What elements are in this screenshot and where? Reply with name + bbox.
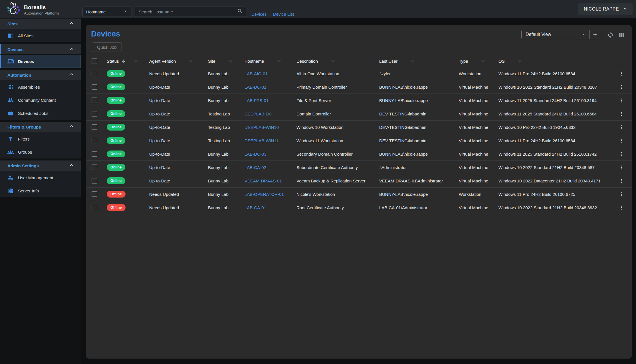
column-header-status[interactable]: Status bbox=[103, 59, 149, 64]
row-actions-button[interactable] bbox=[617, 70, 625, 78]
table-row[interactable]: Online Up-to-Date Bunny Lab LAB-DC-03 Se… bbox=[86, 147, 632, 161]
search-icon[interactable] bbox=[237, 8, 243, 15]
sidebar-section-header-filters-groups[interactable]: Filters & Groups bbox=[0, 122, 81, 132]
site-cell: Bunny Lab bbox=[208, 152, 245, 156]
table-row[interactable]: Offline Needs Updated Bunny Lab LAB-CA-0… bbox=[86, 201, 632, 214]
filter-icon[interactable] bbox=[276, 59, 281, 64]
row-checkbox[interactable] bbox=[92, 97, 97, 103]
sidebar-item-scheduled-jobs[interactable]: Scheduled Jobs bbox=[0, 107, 81, 120]
hostname-link[interactable]: VEEAM-DRAAS-01 bbox=[245, 178, 282, 183]
hostname-link[interactable]: DEEPLAB-DC bbox=[245, 111, 272, 116]
row-checkbox[interactable] bbox=[92, 84, 97, 90]
sidebar-section-header-admin-settings[interactable]: Admin Settings bbox=[0, 160, 81, 171]
row-actions-button[interactable] bbox=[617, 137, 625, 145]
table-row[interactable]: Online Up-to-Date Testing Lab DEEPLAB-WI… bbox=[86, 121, 632, 134]
row-actions-button[interactable] bbox=[617, 96, 625, 104]
site-cell: Testing Lab bbox=[208, 125, 245, 130]
row-actions-button[interactable] bbox=[617, 123, 625, 131]
row-checkbox[interactable] bbox=[92, 205, 97, 210]
hostname-link[interactable]: LAB-CA-01 bbox=[245, 205, 266, 210]
row-checkbox[interactable] bbox=[92, 191, 97, 197]
table-row[interactable]: Offline Needs Updated Bunny Lab LAB-OPER… bbox=[86, 188, 632, 201]
filter-icon[interactable] bbox=[481, 59, 486, 64]
table-header-row: Status Agent Version Site bbox=[86, 56, 632, 67]
table-row[interactable]: Online Up-to-Date Bunny Lab VEEAM-DRAAS-… bbox=[86, 174, 632, 188]
row-checkbox[interactable] bbox=[92, 178, 97, 184]
table-row[interactable]: Online Up-to-Date Testing Lab DEEPLAB-DC… bbox=[86, 107, 632, 121]
row-actions-button[interactable] bbox=[617, 204, 625, 212]
column-header-description[interactable]: Description bbox=[296, 59, 379, 64]
breadcrumb-device-list[interactable]: Device List bbox=[273, 12, 294, 17]
add-view-button[interactable] bbox=[589, 30, 600, 39]
table-row[interactable]: Online Up-to-Date Bunny Lab LAB-FPS-01 F… bbox=[86, 94, 632, 107]
kebab-icon bbox=[618, 164, 624, 170]
hostname-link[interactable]: DEEPLAB-WIN11 bbox=[245, 138, 278, 143]
view-selector-value: Default View bbox=[526, 32, 578, 37]
row-actions-button[interactable] bbox=[617, 190, 625, 198]
agent-version-cell: Needs Updated bbox=[149, 205, 208, 210]
sidebar-section-header-devices[interactable]: Devices bbox=[0, 44, 81, 55]
row-actions-button[interactable] bbox=[617, 163, 625, 171]
column-header-agent-version[interactable]: Agent Version bbox=[149, 59, 208, 64]
hostname-link[interactable]: LAB-CA-02 bbox=[245, 165, 266, 170]
sort-desc-icon[interactable] bbox=[121, 59, 126, 64]
hostname-link[interactable]: LAB-OPERATOR-01 bbox=[245, 192, 284, 197]
table-row[interactable]: Online Needs Updated Bunny Lab LAB-AIO-0… bbox=[86, 67, 632, 80]
filter-icon[interactable] bbox=[188, 59, 193, 64]
row-actions-button[interactable] bbox=[617, 110, 625, 118]
sidebar-item-assemblies[interactable]: Assemblies bbox=[0, 80, 81, 93]
view-selector[interactable]: Default View bbox=[522, 30, 589, 39]
search-field-selector[interactable]: Hostname bbox=[82, 7, 132, 17]
filter-icon[interactable] bbox=[517, 59, 522, 64]
filter-icon[interactable] bbox=[134, 59, 138, 64]
row-actions-button[interactable] bbox=[617, 150, 625, 158]
os-cell: Windows 11 Pro 24H2 Build 26100.6725 bbox=[498, 192, 611, 197]
hostname-link[interactable]: LAB-AIO-01 bbox=[245, 71, 268, 76]
table-row[interactable]: Online Up-to-Date Bunny Lab LAB-DC-01 Pr… bbox=[86, 80, 632, 94]
row-checkbox[interactable] bbox=[92, 151, 97, 157]
last-user-cell: BUNNY-LAB\nicole.rappe bbox=[379, 152, 459, 156]
sidebar-section-header-sites[interactable]: Sites bbox=[0, 19, 81, 29]
column-settings-button[interactable] bbox=[618, 31, 625, 38]
site-cell: Bunny Lab bbox=[208, 165, 245, 170]
kebab-icon bbox=[618, 111, 624, 117]
refresh-button[interactable] bbox=[607, 31, 614, 38]
select-all-checkbox[interactable] bbox=[92, 58, 97, 64]
hostname-link[interactable]: LAB-DC-01 bbox=[245, 85, 266, 90]
hostname-link[interactable]: LAB-DC-03 bbox=[245, 152, 266, 156]
quick-job-button[interactable]: Quick Job bbox=[92, 42, 122, 52]
row-checkbox[interactable] bbox=[92, 111, 97, 117]
sidebar-item-devices[interactable]: Devices bbox=[0, 55, 81, 68]
column-header-os[interactable]: OS bbox=[498, 59, 611, 64]
hostname-link[interactable]: LAB-FPS-01 bbox=[245, 98, 268, 103]
filter-icon[interactable] bbox=[410, 59, 415, 64]
user-menu-button[interactable]: NICOLE RAPPE bbox=[578, 3, 633, 15]
filter-icon[interactable] bbox=[330, 59, 335, 64]
column-header-type[interactable]: Type bbox=[459, 59, 498, 64]
row-checkbox[interactable] bbox=[92, 138, 97, 143]
table-row[interactable]: Online Up-to-Date Bunny Lab LAB-CA-02 Su… bbox=[86, 161, 632, 174]
row-actions-button[interactable] bbox=[617, 83, 625, 91]
column-header-last-user[interactable]: Last User bbox=[379, 59, 459, 64]
breadcrumb-devices[interactable]: Devices bbox=[251, 12, 266, 17]
row-checkbox[interactable] bbox=[92, 124, 97, 130]
row-checkbox[interactable] bbox=[92, 164, 97, 170]
filter-icon[interactable] bbox=[228, 59, 233, 64]
row-actions-button[interactable] bbox=[617, 177, 625, 185]
sidebar-item-filters[interactable]: Filters bbox=[0, 132, 81, 145]
column-header-site[interactable]: Site bbox=[208, 59, 245, 64]
table-row[interactable]: Online Up-to-Date Testing Lab DEEPLAB-WI… bbox=[86, 134, 632, 147]
column-header-hostname[interactable]: Hostname bbox=[245, 59, 296, 64]
sidebar-item-user-management[interactable]: User Management bbox=[0, 171, 81, 184]
sidebar-section-header-automation[interactable]: Automation bbox=[0, 70, 81, 80]
sidebar-item-all-sites[interactable]: All Sites bbox=[0, 29, 81, 42]
kebab-icon bbox=[618, 84, 624, 90]
sidebar-item-server-info[interactable]: Server Info bbox=[0, 184, 81, 197]
sidebar-item-community-content[interactable]: Community Content bbox=[0, 93, 81, 107]
sidebar-item-groups[interactable]: Groups bbox=[0, 145, 81, 158]
agent-version-cell: Up-to-Date bbox=[149, 98, 208, 103]
os-cell: Windows 10 2022 Standard 21H2 Build 2034… bbox=[498, 85, 611, 90]
row-checkbox[interactable] bbox=[92, 71, 97, 76]
search-input[interactable] bbox=[139, 9, 237, 14]
hostname-link[interactable]: DEEPLAB-WIN10 bbox=[245, 125, 279, 130]
